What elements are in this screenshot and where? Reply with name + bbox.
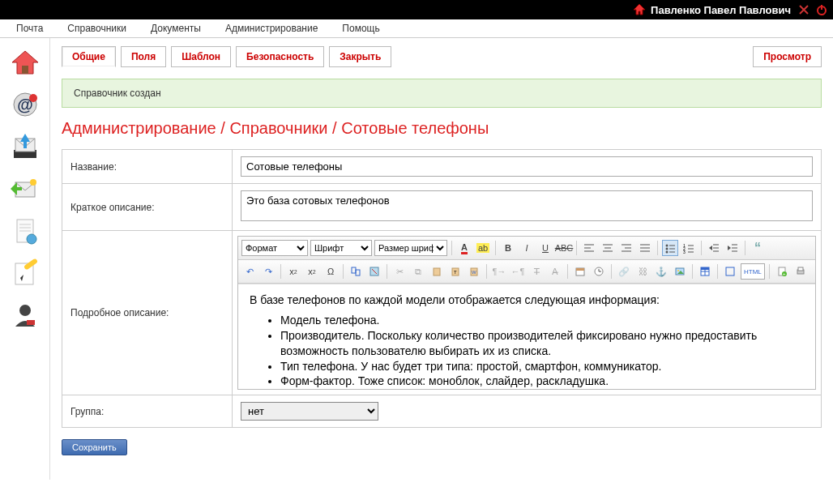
group-label: Группа: bbox=[62, 395, 233, 428]
menu-documents[interactable]: Документы bbox=[151, 23, 201, 34]
home-icon[interactable] bbox=[633, 3, 646, 16]
svg-rect-11 bbox=[23, 140, 27, 148]
name-input[interactable] bbox=[241, 156, 813, 177]
content-area: Общие Поля Шаблон Безопасность Закрыть П… bbox=[50, 38, 833, 480]
svg-point-42 bbox=[666, 251, 669, 254]
editor-print-icon[interactable] bbox=[792, 263, 809, 280]
editor-paste-word-icon[interactable]: W bbox=[466, 263, 482, 280]
short-desc-input[interactable]: Это база сотовых телефонов bbox=[241, 190, 813, 221]
editor-cut-icon[interactable]: ✂ bbox=[391, 263, 408, 280]
editor-date-icon[interactable] bbox=[572, 263, 588, 280]
svg-point-40 bbox=[666, 248, 669, 250]
tab-template[interactable]: Шаблон bbox=[171, 46, 231, 67]
detail-item: Форм-фактор. Тоже список: моноблок, слай… bbox=[280, 374, 804, 389]
editor-ul-icon[interactable] bbox=[662, 240, 678, 256]
editor-textcolor-icon[interactable]: A bbox=[456, 240, 472, 256]
editor-ol-icon[interactable]: 123 bbox=[681, 240, 697, 256]
svg-rect-83 bbox=[798, 267, 803, 271]
editor-fullscreen-icon[interactable] bbox=[722, 263, 738, 280]
editor-clearfmt-icon[interactable]: T̶ bbox=[528, 263, 545, 280]
svg-point-24 bbox=[19, 305, 31, 316]
menu-admin[interactable]: Администрирование bbox=[225, 23, 318, 34]
detail-desc-label: Подробное описание: bbox=[62, 231, 233, 395]
editor-align-center-icon[interactable] bbox=[600, 240, 616, 256]
editor-symbol-icon[interactable]: Ω bbox=[323, 263, 339, 280]
editor-ltr-icon[interactable]: ¶→ bbox=[491, 263, 507, 280]
editor-redo-icon[interactable]: ↷ bbox=[260, 263, 276, 280]
editor-paste-icon[interactable] bbox=[429, 263, 445, 280]
editor-outdent-icon[interactable] bbox=[706, 240, 722, 256]
editor-find-icon[interactable] bbox=[348, 263, 364, 280]
group-select[interactable]: нет bbox=[241, 402, 378, 421]
detail-intro-text: В базе телефонов по каждой модели отобра… bbox=[250, 293, 804, 308]
editor-time-icon[interactable] bbox=[591, 263, 607, 280]
menu-help[interactable]: Помощь bbox=[342, 23, 379, 34]
power-icon[interactable] bbox=[815, 3, 828, 16]
editor-italic-icon[interactable]: I bbox=[519, 240, 535, 256]
detail-list: Модель телефона. Производитель. Поскольк… bbox=[250, 313, 804, 389]
tab-close[interactable]: Закрыть bbox=[329, 46, 391, 67]
svg-marker-0 bbox=[634, 4, 645, 15]
sidebar-mail-at-icon[interactable]: @ bbox=[9, 88, 41, 121]
svg-point-72 bbox=[677, 270, 679, 271]
editor-rtl-icon[interactable]: ←¶ bbox=[510, 263, 526, 280]
editor-format-select[interactable]: Формат bbox=[241, 240, 308, 256]
editor-bgcolor-icon[interactable]: ab bbox=[475, 240, 491, 256]
success-notice: Справочник создан bbox=[62, 79, 822, 108]
svg-marker-54 bbox=[728, 246, 731, 250]
sidebar-home-icon[interactable] bbox=[9, 46, 41, 79]
editor-content[interactable]: В базе телефонов по каждой модели отобра… bbox=[238, 284, 815, 389]
menu-mail[interactable]: Почта bbox=[16, 23, 43, 34]
sidebar-user-icon[interactable] bbox=[9, 299, 41, 331]
editor-paste-text-icon[interactable]: T bbox=[447, 263, 463, 280]
tab-fields[interactable]: Поля bbox=[121, 46, 166, 67]
svg-point-20 bbox=[27, 234, 36, 244]
editor-replace-icon[interactable] bbox=[366, 263, 382, 280]
editor-anchor-icon[interactable]: ⚓ bbox=[653, 263, 669, 280]
editor-table-icon[interactable] bbox=[697, 263, 713, 280]
svg-rect-77 bbox=[701, 267, 709, 270]
editor-toolbar-row2: ↶ ↷ x2 x2 Ω ✂ ⧉ bbox=[238, 260, 815, 284]
detail-item: Тип телефона. У нас будет три типа: прос… bbox=[280, 359, 804, 374]
editor-link-icon[interactable]: 🔗 bbox=[616, 263, 632, 280]
editor-undo-icon[interactable]: ↶ bbox=[241, 263, 258, 280]
editor-image-icon[interactable] bbox=[672, 263, 688, 280]
sidebar-outbox-icon[interactable] bbox=[9, 173, 41, 205]
editor-subscript-icon[interactable]: x2 bbox=[285, 263, 301, 280]
tools-icon[interactable] bbox=[797, 3, 810, 16]
editor-html-button[interactable]: HTML bbox=[741, 263, 765, 280]
editor-size-select[interactable]: Размер шрифта bbox=[374, 240, 447, 256]
detail-item: Производитель. Поскольку количество прои… bbox=[280, 328, 804, 359]
editor-align-right-icon[interactable] bbox=[618, 240, 634, 256]
sidebar-edit-icon[interactable] bbox=[9, 257, 41, 289]
detail-item: Модель телефона. bbox=[280, 313, 804, 328]
tab-security[interactable]: Безопасность bbox=[236, 46, 324, 67]
username-label: Павленко Павел Павлович bbox=[651, 4, 791, 16]
editor-underline-icon[interactable]: U bbox=[537, 240, 553, 256]
editor-copy-icon[interactable]: ⧉ bbox=[410, 263, 426, 280]
editor-superscript-icon[interactable]: x2 bbox=[304, 263, 320, 280]
editor-strike-icon[interactable]: ABC bbox=[556, 240, 572, 256]
editor-removeformat-icon[interactable]: A̶ bbox=[547, 263, 563, 280]
svg-point-7 bbox=[29, 94, 37, 102]
menu-directories[interactable]: Справочники bbox=[67, 23, 126, 34]
editor-align-justify-icon[interactable] bbox=[637, 240, 653, 256]
short-desc-label: Краткое описание: bbox=[62, 184, 233, 231]
editor-quote-icon[interactable]: “ bbox=[750, 240, 766, 256]
tab-general[interactable]: Общие bbox=[62, 46, 116, 67]
editor-toolbar-row1: Формат Шрифт Размер шрифта A ab B I U AB… bbox=[238, 237, 815, 260]
svg-point-38 bbox=[666, 245, 669, 247]
editor-newdoc-icon[interactable]: + bbox=[774, 263, 790, 280]
tab-preview[interactable]: Просмотр bbox=[753, 46, 822, 67]
editor-bold-icon[interactable]: B bbox=[500, 240, 516, 256]
svg-rect-59 bbox=[356, 270, 360, 275]
sidebar-document-icon[interactable] bbox=[9, 215, 41, 247]
name-label: Название: bbox=[62, 150, 233, 184]
editor-unlink-icon[interactable]: ⛓ bbox=[634, 263, 651, 280]
editor-indent-icon[interactable] bbox=[724, 240, 741, 256]
form-table: Название: Краткое описание: Это база сот… bbox=[62, 149, 822, 428]
save-button[interactable]: Сохранить bbox=[62, 439, 127, 455]
editor-font-select[interactable]: Шрифт bbox=[310, 240, 372, 256]
sidebar-inbox-icon[interactable] bbox=[9, 130, 41, 163]
editor-align-left-icon[interactable] bbox=[581, 240, 597, 256]
